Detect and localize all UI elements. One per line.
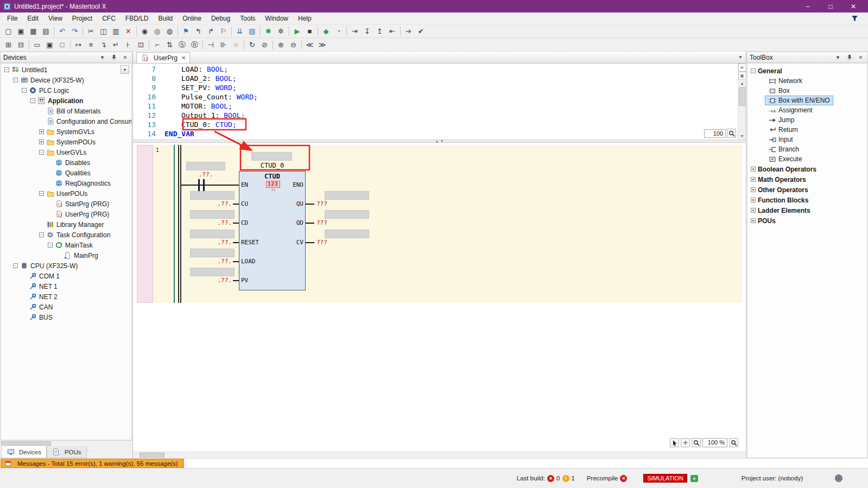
align-right-button[interactable]: ≫ bbox=[316, 39, 328, 50]
input-operand-value[interactable]: .??. bbox=[214, 258, 232, 265]
contact-icon[interactable] bbox=[203, 179, 205, 191]
find-all-button[interactable]: ◍ bbox=[163, 25, 176, 37]
code-vertical-scrollbar[interactable] bbox=[738, 87, 746, 132]
toolbox-group-general[interactable]: -General bbox=[747, 66, 867, 76]
close-button[interactable]: ✕ bbox=[842, 0, 865, 12]
expand-toggle[interactable]: + bbox=[751, 208, 756, 213]
tree-item-library-manager[interactable]: Library Manager bbox=[1, 219, 131, 230]
toolbox-item-assignment[interactable]: -varAssignment bbox=[765, 105, 816, 115]
find-replace-button[interactable]: ◎ bbox=[151, 25, 163, 37]
pin-icon[interactable] bbox=[845, 54, 853, 61]
negate-button[interactable]: ⌐ bbox=[151, 39, 163, 50]
tree-item-systempous[interactable]: +SystemPOUs bbox=[1, 137, 131, 147]
remove-unused-button[interactable]: ⊘ bbox=[258, 39, 271, 50]
find-button[interactable]: ◉ bbox=[138, 25, 151, 37]
run-to-cursor-button[interactable]: ⇤ bbox=[386, 25, 398, 37]
insert-parallel-contact-button[interactable]: ⊪ bbox=[217, 39, 230, 50]
instance-label[interactable]: CTUD_0 bbox=[239, 162, 306, 169]
build-time-button[interactable]: ◔ bbox=[332, 25, 345, 37]
align-left-button[interactable]: ≪ bbox=[303, 39, 316, 50]
output-operand-value[interactable]: ??? bbox=[316, 219, 338, 227]
undo-button[interactable]: ↶ bbox=[56, 25, 68, 37]
stop-button[interactable]: ■ bbox=[303, 25, 316, 37]
contact-icon[interactable] bbox=[198, 179, 200, 191]
clear-bookmarks-button[interactable]: ⚐ bbox=[217, 25, 230, 37]
collapse-toggle[interactable]: - bbox=[39, 232, 44, 237]
scrollbar-thumb[interactable] bbox=[1, 441, 51, 446]
insert-return-button[interactable]: ↵ bbox=[110, 39, 122, 50]
menu-cfc[interactable]: CFC bbox=[97, 14, 121, 23]
reset-coil-button[interactable]: Ⓡ bbox=[188, 39, 201, 50]
step-over-button[interactable]: ⇥ bbox=[349, 25, 361, 37]
collapse-toggle[interactable]: - bbox=[30, 98, 35, 103]
ladder-editor[interactable]: 1.??.CTUD_0CTUD123↑↓ENCUCDRESETLOADPVENO… bbox=[133, 143, 746, 452]
project-settings-button[interactable]: ✱ bbox=[262, 25, 275, 37]
tabular-view-button[interactable]: ▦ bbox=[738, 72, 746, 80]
cut-button[interactable]: ✂ bbox=[85, 25, 97, 37]
tree-item-systemgvls[interactable]: +SystemGVLs bbox=[1, 126, 131, 137]
edge-detection-button[interactable]: ⇅ bbox=[163, 39, 176, 50]
tree-item-com-1[interactable]: COM 1 bbox=[1, 271, 131, 281]
delete-button[interactable]: ✕ bbox=[122, 25, 135, 37]
tree-item-plc-logic[interactable]: -PLC Logic bbox=[1, 85, 131, 96]
expand-toggle[interactable]: + bbox=[751, 218, 756, 223]
declaration-zoom-icon[interactable] bbox=[727, 129, 736, 138]
globe-icon[interactable] bbox=[834, 474, 843, 483]
tree-item-task-configuration[interactable]: -Task Configuration bbox=[1, 230, 131, 240]
tab-list-dropdown-icon[interactable]: ▼ bbox=[738, 55, 743, 60]
network-margin[interactable] bbox=[137, 145, 153, 303]
input-operand-value[interactable]: .??. bbox=[214, 277, 232, 284]
tree-item-configuration-and-consum[interactable]: Configuration and Consum bbox=[1, 116, 131, 126]
tree-item-mainprg[interactable]: MainPrg bbox=[1, 250, 131, 261]
tree-item-maintask[interactable]: -MainTask bbox=[1, 240, 131, 250]
insert-empty-box-button[interactable]: □ bbox=[56, 39, 68, 50]
maximize-button[interactable]: □ bbox=[819, 0, 842, 12]
toolbox-item-branch[interactable]: Branch bbox=[765, 144, 802, 154]
close-panel-icon[interactable]: ✕ bbox=[857, 54, 865, 61]
scrollbar-thumb[interactable] bbox=[739, 87, 745, 106]
tree-item-bus[interactable]: BUS bbox=[1, 312, 131, 322]
tree-item-disables[interactable]: Disables bbox=[1, 157, 131, 168]
collapse-toggle[interactable]: - bbox=[751, 68, 756, 73]
collapse-toggle[interactable]: - bbox=[13, 78, 18, 83]
toolbox-item-jump[interactable]: Jump bbox=[765, 115, 797, 125]
next-bookmark-button[interactable]: ↱ bbox=[205, 25, 217, 37]
tree-item-bill-of-materials[interactable]: Bill of Materials bbox=[1, 106, 131, 116]
tree-item-userprg-prg[interactable]: {}UserPrg (PRG) bbox=[1, 209, 131, 219]
toolbox-group-pous[interactable]: +POUs bbox=[747, 216, 867, 226]
tree-item-application[interactable]: -Application bbox=[1, 96, 131, 106]
filter-icon[interactable] bbox=[851, 15, 858, 22]
toolbox-item-box-with-en-eno[interactable]: Box with EN/ENO bbox=[765, 96, 833, 105]
build-button[interactable]: ⇊ bbox=[233, 25, 246, 37]
generate-code-button[interactable]: ◆ bbox=[320, 25, 332, 37]
input-operand-placeholder[interactable] bbox=[190, 191, 235, 200]
collapse-toggle[interactable]: - bbox=[48, 243, 53, 248]
collapse-toggle[interactable]: - bbox=[39, 150, 44, 155]
tab-userprg[interactable]: {} UserPrg ✕ bbox=[136, 52, 190, 63]
messages-badge[interactable]: Messages - Total 15 error(s), 1 warning(… bbox=[1, 459, 184, 468]
declaration-editor[interactable]: 7LOAD: BOOL;8LOAD_2: BOOL;9SET_PV: WORD;… bbox=[133, 64, 746, 140]
insert-box-button[interactable]: ▭ bbox=[31, 39, 43, 50]
toolbox-group-math-operators[interactable]: +Math Operators bbox=[747, 174, 867, 185]
expand-toggle[interactable]: + bbox=[751, 167, 756, 172]
expand-toggle[interactable]: + bbox=[751, 177, 756, 182]
tree-item-userpous[interactable]: -UserPOUs bbox=[1, 188, 131, 199]
scrollbar-thumb[interactable] bbox=[140, 453, 164, 458]
tree-item-net-2[interactable]: NET 2 bbox=[1, 291, 131, 302]
instance-operand-placeholder[interactable] bbox=[251, 152, 292, 161]
tree-item-reqdiagnostics[interactable]: ReqDiagnostics bbox=[1, 178, 131, 188]
menu-fbd-ld[interactable]: FBD/LD bbox=[121, 14, 154, 23]
select-tool-button[interactable] bbox=[670, 438, 679, 447]
menu-build[interactable]: Build bbox=[154, 14, 178, 23]
previous-bookmark-button[interactable]: ↰ bbox=[192, 25, 205, 37]
input-operand-placeholder[interactable] bbox=[190, 268, 235, 276]
login-button[interactable]: ➔ bbox=[402, 25, 415, 37]
output-operand-placeholder[interactable] bbox=[325, 210, 369, 219]
toggle-bookmark-button[interactable]: ⚑ bbox=[180, 25, 192, 37]
menu-online[interactable]: Online bbox=[178, 14, 206, 23]
tree-item-cpu-xf325-w[interactable]: -CPU (XF325-W) bbox=[1, 261, 131, 271]
input-operand-placeholder[interactable] bbox=[190, 230, 235, 238]
menu-view[interactable]: View bbox=[43, 14, 67, 23]
textual-view-button[interactable]: ≡ bbox=[738, 64, 746, 72]
toolbox-group-boolean-operators[interactable]: +Boolean Operators bbox=[747, 164, 867, 174]
